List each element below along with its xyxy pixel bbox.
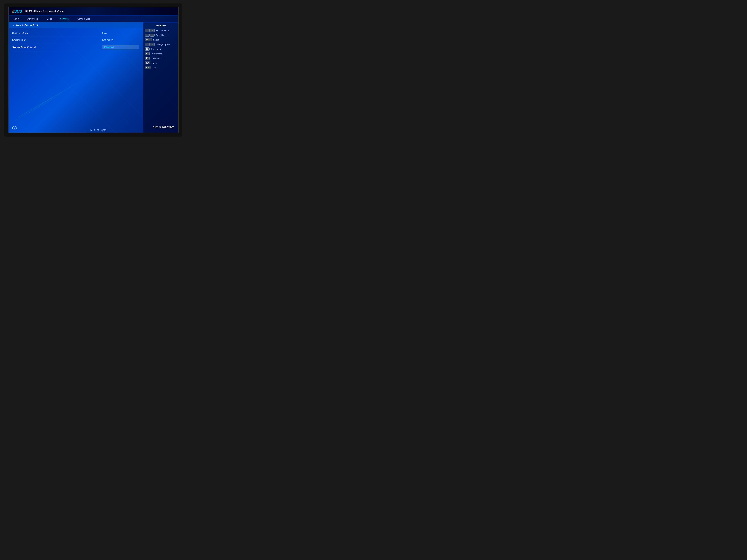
nav-save-exit[interactable]: Save & Exit: [76, 17, 91, 21]
nav-main[interactable]: Main: [12, 17, 20, 21]
nav-advanced[interactable]: Advanced: [26, 17, 40, 21]
info-icon: i: [12, 126, 17, 130]
hotkey-esc: ESC Exit: [145, 66, 176, 69]
nav-security[interactable]: Security: [59, 17, 70, 21]
hotkey-f9: F9 Optimized D...: [145, 57, 176, 60]
hotkey-desc-f10: Save: [152, 62, 176, 64]
hotkey-keys-f1: F1: [145, 47, 150, 51]
hotkey-keys-f10: F10: [145, 61, 150, 64]
hotkey-f7: F7 Ez Mode/Adv: [145, 52, 176, 55]
setting-label-secure-boot-control: Secure Boot Control: [12, 46, 102, 49]
hotkey-f10: F10 Save: [145, 61, 176, 64]
hotkey-enter: Enter Select: [145, 38, 176, 41]
hotkey-desc-change: Change Option: [156, 43, 176, 46]
hotkey-btn-f10: F10: [145, 61, 150, 64]
hotkey-keys-item: ↑ ↓: [145, 33, 155, 37]
hotkey-btn-f1: F1: [145, 47, 150, 51]
hotkey-btn-right: →: [150, 29, 155, 32]
hotkey-desc-f9: Optimized D...: [151, 57, 176, 59]
setting-row-secure-boot-control[interactable]: Secure Boot Control Disabled: [12, 43, 139, 52]
hotkey-desc-esc: Exit: [153, 66, 176, 69]
hotkey-btn-f7: F7: [145, 52, 150, 55]
hotkey-btn-f9: F9: [145, 57, 150, 60]
asus-logo: /ISUS: [12, 9, 22, 14]
hotkey-btn-plus: +: [145, 43, 150, 46]
settings-list: Platform Mode User Secure Boot Not Activ…: [8, 28, 143, 53]
nav-boot[interactable]: Boot: [45, 17, 53, 21]
setting-label-platform-mode: Platform Mode: [12, 32, 102, 35]
hotkey-keys-f7: F7: [145, 52, 150, 55]
hotkey-btn-minus: -: [150, 43, 155, 46]
hotkey-keys-screen: ← →: [145, 29, 155, 32]
ez-mode-indicator: |-ヨ Ez Mode(F7): [91, 129, 106, 132]
bios-header: /ISUS BIOS Utility - Advanced Mode: [8, 7, 178, 16]
setting-label-secure-boot: Secure Boot: [12, 38, 102, 41]
bios-main: ← Security\Secure Boot Platform Mode Use…: [8, 22, 178, 133]
hotkey-btn-esc: ESC: [145, 66, 151, 69]
hotkey-f1: F1 General Help: [145, 47, 176, 51]
hotkey-select-screen: ← → Select Screen: [145, 29, 176, 32]
hotkey-btn-up: ↑: [145, 33, 150, 37]
watermark: 知乎 @装机小能手: [153, 126, 175, 129]
bios-nav: Main Advanced Boot Security Save & Exit: [8, 16, 178, 22]
laptop-frame: /ISUS BIOS Utility - Advanced Mode Main …: [4, 3, 182, 137]
setting-row-secure-boot: Secure Boot Not Active: [12, 37, 139, 43]
setting-value-secure-boot-control[interactable]: Disabled: [102, 45, 139, 49]
hotkey-select-item: ↑ ↓ Select Item: [145, 33, 176, 37]
setting-value-secure-boot: Not Active: [102, 38, 139, 41]
hotkey-keys-enter: Enter: [145, 38, 152, 41]
bios-screen: /ISUS BIOS Utility - Advanced Mode Main …: [8, 7, 179, 133]
hotkey-btn-enter: Enter: [145, 38, 152, 41]
hotkey-btn-left: ←: [145, 29, 150, 32]
breadcrumb: ← Security\Secure Boot: [8, 22, 143, 28]
hotkey-keys-f9: F9: [145, 57, 150, 60]
hotkey-keys-esc: ESC: [145, 66, 151, 69]
hotkey-keys-change: + -: [145, 43, 155, 46]
bios-container: /ISUS BIOS Utility - Advanced Mode Main …: [8, 7, 178, 133]
hotkeys-panel: Hot Keys ← → Select Screen ↑ ↓: [143, 22, 178, 133]
hotkeys-title: Hot Keys: [145, 24, 176, 27]
hotkey-change-option: + - Change Option: [145, 43, 176, 46]
hotkey-desc-f1: General Help: [151, 48, 176, 50]
asus-logo-slash: /: [12, 9, 13, 14]
setting-value-platform-mode: User: [102, 32, 139, 35]
hotkey-btn-down: ↓: [150, 33, 155, 37]
setting-row-platform-mode: Platform Mode User: [12, 30, 139, 37]
hotkey-desc-screen: Select Screen: [156, 29, 176, 32]
hotkey-desc-f7: Ez Mode/Adv: [151, 53, 176, 55]
bios-content: ← Security\Secure Boot Platform Mode Use…: [8, 22, 143, 133]
bios-title: BIOS Utility - Advanced Mode: [25, 10, 64, 13]
breadcrumb-text: ← Security\Secure Boot: [12, 24, 38, 27]
hotkey-desc-item: Select Item: [156, 34, 176, 36]
hotkey-desc-enter: Select: [153, 39, 176, 41]
